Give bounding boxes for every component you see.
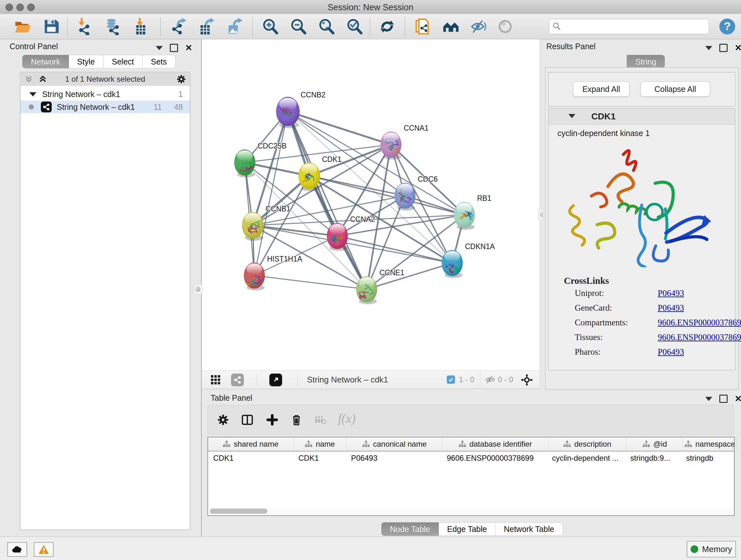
column-header-description[interactable]: description — [548, 437, 627, 451]
node-CCNB2[interactable]: CCNB2 — [276, 91, 326, 128]
edge-CCNB2-RB1[interactable] — [288, 111, 464, 215]
crosslink-link[interactable]: P06493 — [658, 303, 684, 313]
table-cell[interactable]: CDK1 — [208, 451, 293, 465]
tab-select[interactable]: Select — [104, 55, 142, 68]
panel-float-icon[interactable] — [170, 44, 178, 52]
edge-HIST1H1A-CCNE1[interactable] — [254, 275, 367, 289]
scrollbar-handle[interactable] — [210, 509, 267, 514]
import-network-icon[interactable] — [76, 18, 93, 35]
tab-node-table[interactable]: Node Table — [381, 522, 439, 536]
delete-column-trash-icon[interactable] — [290, 414, 303, 426]
add-column-icon[interactable] — [266, 414, 279, 426]
network-options-gear-icon[interactable] — [176, 74, 186, 84]
import-database-icon[interactable] — [104, 18, 121, 35]
tab-sets[interactable]: Sets — [143, 55, 176, 68]
network-selected-count: 1 of 1 Network selected — [20, 75, 190, 84]
node-CDC25B[interactable]: CDC25B — [234, 142, 286, 178]
left-splitter-handle[interactable] — [193, 284, 202, 294]
network-view-canvas[interactable]: CCNB2CCNA1CDC25BCDK1CDC6RB1CCNB1CCNA2CDK… — [202, 39, 539, 370]
refresh-icon[interactable] — [379, 18, 396, 35]
panel-close-icon[interactable]: ✕ — [735, 45, 741, 51]
show-columns-icon[interactable] — [241, 414, 254, 426]
zoom-fit-icon[interactable] — [318, 18, 335, 35]
column-header-id[interactable]: @id — [627, 437, 683, 451]
search-input[interactable] — [563, 20, 705, 33]
table-cell[interactable]: CDK1 — [293, 451, 346, 465]
column-header-namespace[interactable]: namespace — [683, 437, 737, 451]
table-cell[interactable]: P06493 — [346, 451, 442, 465]
help-icon[interactable]: ? — [719, 18, 736, 35]
zoom-out-icon[interactable] — [290, 18, 307, 35]
column-header-sharedname[interactable]: shared name — [208, 437, 293, 451]
table-settings-gear-icon[interactable] — [217, 414, 229, 426]
window-title: Session: New Session — [0, 3, 741, 12]
crosslink-link[interactable]: 9606.ENSP00000378699 — [658, 318, 741, 327]
gene-collapse-icon[interactable] — [568, 114, 576, 118]
network-collection-row[interactable]: String Network – cdk1 1 — [20, 88, 190, 101]
export-image-icon[interactable] — [226, 18, 244, 35]
column-header-canonicalname[interactable]: canonical name — [347, 437, 443, 451]
selected-checkbox-icon[interactable] — [447, 375, 455, 384]
export-network-icon[interactable] — [171, 18, 188, 35]
collection-expand-icon[interactable] — [29, 92, 37, 97]
export-table-icon[interactable] — [199, 18, 216, 35]
panel-menu-icon[interactable] — [156, 46, 163, 50]
panel-close-icon[interactable]: ✕ — [735, 395, 741, 402]
edge-CCNB2-CCNA1[interactable] — [288, 111, 391, 145]
node-label-RB1: RB1 — [477, 194, 491, 202]
zoom-in-icon[interactable] — [262, 18, 279, 35]
sphere-icon[interactable] — [496, 18, 514, 35]
cloud-status-button[interactable] — [7, 542, 27, 557]
houses-icon[interactable] — [442, 18, 460, 35]
string-document-icon[interactable] — [414, 18, 431, 35]
panel-menu-icon[interactable] — [705, 397, 712, 401]
birds-eye-crosshair-icon[interactable] — [521, 374, 533, 386]
tab-style[interactable]: Style — [69, 55, 104, 68]
network-row[interactable]: String Network – cdk1 11 48 — [20, 101, 190, 113]
goto-network-icon[interactable] — [269, 374, 282, 386]
zoom-selected-icon[interactable] — [346, 18, 363, 35]
edge-CDK1-RB1[interactable] — [309, 176, 464, 215]
edge-CCNA2-CDKN1A[interactable] — [337, 236, 452, 263]
eye-slash-icon[interactable] — [469, 18, 486, 35]
edge-CCNB1-CCNA2[interactable] — [253, 226, 337, 236]
tab-network-table[interactable]: Network Table — [495, 522, 563, 536]
collapse-all-button[interactable]: Collapse All — [641, 81, 710, 97]
expand-all-button[interactable]: Expand All — [573, 81, 630, 97]
node-CCNE1[interactable]: CCNE1 — [356, 268, 404, 304]
node-label-CCNB2: CCNB2 — [300, 91, 326, 99]
node-CCNA2[interactable]: CCNA2 — [327, 215, 375, 251]
gene-section-header[interactable]: CDK1 — [549, 109, 735, 125]
table-cell[interactable]: stringdb — [681, 451, 735, 465]
table-cell[interactable]: cyclin-dependent ... — [547, 451, 625, 465]
table-row[interactable]: CDK1CDK1P064939606.ENSP00000378699cyclin… — [208, 451, 734, 465]
node-RB1[interactable]: RB1 — [454, 194, 491, 230]
import-table-icon[interactable] — [132, 18, 149, 35]
panel-menu-icon[interactable] — [705, 46, 712, 50]
column-header-name[interactable]: name — [293, 437, 347, 451]
memory-button[interactable]: Memory — [687, 541, 736, 557]
grid-view-icon[interactable] — [211, 375, 221, 385]
table-cell[interactable]: stringdb:9... — [625, 451, 681, 465]
share-view-icon[interactable] — [231, 374, 244, 386]
crosslink-link[interactable]: P06493 — [658, 288, 684, 298]
table-cell[interactable]: 9606.ENSP00000378699 — [442, 451, 547, 465]
crosslink-link[interactable]: P06493 — [658, 347, 684, 357]
node-CCNA1[interactable]: CCNA1 — [381, 124, 428, 160]
panel-float-icon[interactable] — [719, 395, 728, 403]
column-header-databaseidentifier[interactable]: database identifier — [443, 437, 548, 451]
edge-CCNB2-HIST1H1A[interactable] — [254, 111, 288, 275]
tab-string[interactable]: String — [627, 55, 665, 68]
tab-network[interactable]: Network — [22, 55, 69, 68]
panel-close-icon[interactable]: ✕ — [185, 45, 192, 51]
table-horizontal-scrollbar[interactable] — [209, 508, 732, 514]
crosslink-label: Pharos: — [575, 347, 601, 357]
open-session-icon[interactable] — [14, 18, 31, 35]
crosslink-link[interactable]: 9606.ENSP00000378699 — [658, 332, 741, 342]
tab-edge-table[interactable]: Edge Table — [439, 522, 495, 536]
save-session-icon[interactable] — [43, 18, 60, 35]
panel-float-icon[interactable] — [719, 44, 728, 52]
warning-status-button[interactable] — [34, 542, 54, 557]
node-CDKN1A[interactable]: CDKN1A — [442, 242, 495, 278]
selected-nodes-edges-count: 1 - 0 — [459, 375, 474, 384]
